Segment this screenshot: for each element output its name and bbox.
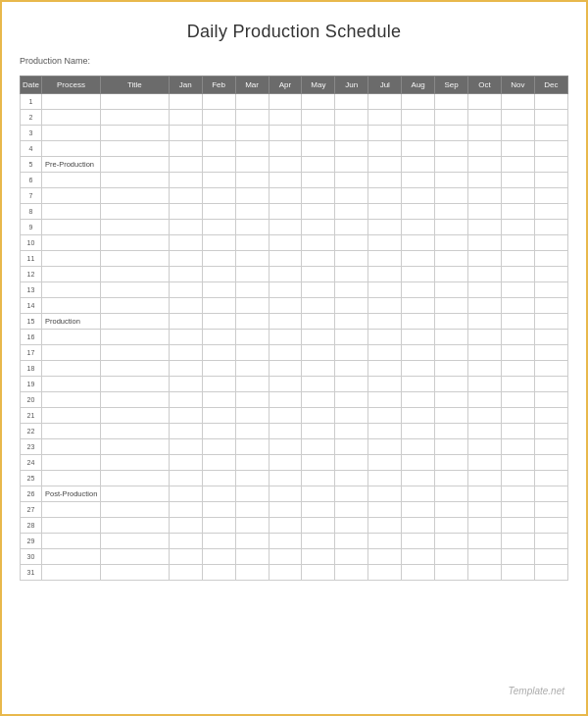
cell-month-4[interactable]: [269, 298, 302, 314]
cell-month-1[interactable]: [169, 565, 202, 581]
cell-month-2[interactable]: [202, 298, 235, 314]
cell-month-11[interactable]: [502, 126, 535, 141]
cell-month-8[interactable]: [402, 267, 435, 282]
cell-title[interactable]: [100, 110, 169, 126]
cell-month-8[interactable]: [402, 486, 435, 502]
cell-month-3[interactable]: [235, 126, 269, 141]
cell-month-9[interactable]: [435, 188, 468, 204]
cell-month-8[interactable]: [402, 565, 435, 581]
cell-title[interactable]: [100, 330, 169, 345]
cell-process[interactable]: [41, 439, 100, 455]
cell-date[interactable]: 20: [21, 392, 42, 408]
cell-month-7[interactable]: [368, 314, 402, 330]
cell-month-5[interactable]: [302, 534, 335, 549]
cell-month-6[interactable]: [335, 251, 368, 267]
cell-month-1[interactable]: [169, 204, 202, 220]
cell-month-4[interactable]: [269, 471, 302, 486]
cell-month-10[interactable]: [468, 424, 502, 439]
cell-month-12[interactable]: [534, 314, 567, 330]
cell-month-2[interactable]: [202, 330, 235, 345]
cell-month-12[interactable]: [534, 439, 567, 455]
cell-title[interactable]: [100, 361, 169, 377]
cell-month-1[interactable]: [169, 267, 202, 282]
cell-month-8[interactable]: [402, 361, 435, 377]
cell-month-3[interactable]: [235, 204, 269, 220]
cell-month-9[interactable]: [435, 126, 468, 141]
cell-month-12[interactable]: [534, 157, 567, 173]
cell-month-3[interactable]: [235, 141, 269, 157]
cell-month-11[interactable]: [502, 377, 535, 392]
cell-title[interactable]: [100, 94, 169, 110]
cell-month-8[interactable]: [402, 392, 435, 408]
cell-month-9[interactable]: [435, 534, 468, 549]
cell-month-12[interactable]: [534, 345, 567, 361]
cell-month-1[interactable]: [169, 408, 202, 424]
cell-month-3[interactable]: [235, 392, 269, 408]
cell-process[interactable]: [41, 408, 100, 424]
cell-month-2[interactable]: [202, 486, 235, 502]
cell-month-4[interactable]: [269, 345, 302, 361]
cell-month-1[interactable]: [169, 455, 202, 471]
cell-month-12[interactable]: [534, 204, 567, 220]
cell-month-10[interactable]: [468, 518, 502, 534]
cell-month-2[interactable]: [202, 345, 235, 361]
cell-process[interactable]: [41, 126, 100, 141]
cell-date[interactable]: 16: [21, 330, 42, 345]
cell-month-5[interactable]: [302, 330, 335, 345]
cell-month-7[interactable]: [368, 157, 402, 173]
cell-title[interactable]: [100, 439, 169, 455]
cell-month-7[interactable]: [368, 486, 402, 502]
cell-month-5[interactable]: [302, 141, 335, 157]
cell-month-10[interactable]: [468, 330, 502, 345]
cell-month-10[interactable]: [468, 188, 502, 204]
cell-month-7[interactable]: [368, 282, 402, 298]
cell-month-4[interactable]: [269, 377, 302, 392]
cell-month-6[interactable]: [335, 298, 368, 314]
cell-month-7[interactable]: [368, 204, 402, 220]
cell-month-11[interactable]: [502, 518, 535, 534]
cell-month-8[interactable]: [402, 220, 435, 235]
cell-process[interactable]: Post-Production: [41, 486, 100, 502]
cell-month-2[interactable]: [202, 282, 235, 298]
cell-month-10[interactable]: [468, 126, 502, 141]
cell-month-11[interactable]: [502, 173, 535, 188]
cell-month-1[interactable]: [169, 424, 202, 439]
cell-month-9[interactable]: [435, 267, 468, 282]
cell-process[interactable]: Pre-Production: [41, 157, 100, 173]
cell-month-9[interactable]: [435, 549, 468, 565]
cell-month-3[interactable]: [235, 455, 269, 471]
cell-month-11[interactable]: [502, 282, 535, 298]
cell-month-6[interactable]: [335, 392, 368, 408]
cell-month-7[interactable]: [368, 110, 402, 126]
cell-month-1[interactable]: [169, 377, 202, 392]
cell-month-6[interactable]: [335, 110, 368, 126]
cell-date[interactable]: 10: [21, 235, 42, 251]
cell-month-12[interactable]: [534, 377, 567, 392]
cell-month-1[interactable]: [169, 486, 202, 502]
cell-title[interactable]: [100, 377, 169, 392]
cell-title[interactable]: [100, 408, 169, 424]
cell-month-11[interactable]: [502, 204, 535, 220]
cell-month-11[interactable]: [502, 314, 535, 330]
cell-month-2[interactable]: [202, 251, 235, 267]
cell-month-4[interactable]: [269, 157, 302, 173]
cell-process[interactable]: [41, 188, 100, 204]
cell-process[interactable]: [41, 549, 100, 565]
cell-month-5[interactable]: [302, 298, 335, 314]
cell-process[interactable]: [41, 94, 100, 110]
cell-month-6[interactable]: [335, 345, 368, 361]
cell-date[interactable]: 1: [21, 94, 42, 110]
cell-month-2[interactable]: [202, 314, 235, 330]
cell-month-12[interactable]: [534, 486, 567, 502]
cell-month-1[interactable]: [169, 314, 202, 330]
cell-month-9[interactable]: [435, 141, 468, 157]
cell-month-10[interactable]: [468, 282, 502, 298]
cell-month-1[interactable]: [169, 173, 202, 188]
cell-date[interactable]: 9: [21, 220, 42, 235]
cell-title[interactable]: [100, 188, 169, 204]
cell-date[interactable]: 26: [21, 486, 42, 502]
cell-month-8[interactable]: [402, 314, 435, 330]
cell-month-9[interactable]: [435, 220, 468, 235]
cell-month-3[interactable]: [235, 502, 269, 518]
cell-month-9[interactable]: [435, 298, 468, 314]
